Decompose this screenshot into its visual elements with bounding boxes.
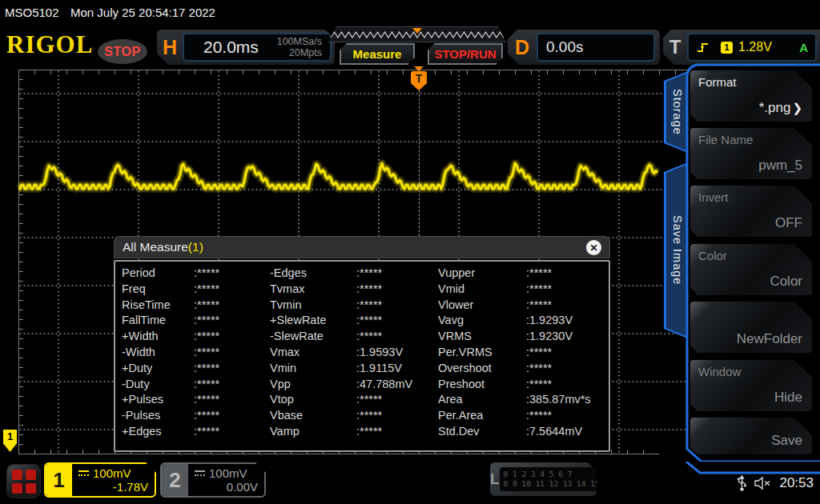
logic-label: L	[490, 470, 500, 488]
measure-value: :*****	[526, 409, 609, 425]
run-state-badge: STOP	[98, 39, 147, 64]
measure-value: :7.5644mV	[526, 425, 609, 441]
logic-channels-status[interactable]: L 0 1 2 3 4 5 6 7 8 9 10 11 12 13 14 15	[490, 462, 597, 496]
measure-value: :*****	[194, 266, 270, 282]
trigger-carat-icon	[414, 66, 424, 71]
measure-label: Vupper	[438, 266, 526, 282]
menu-item-invert[interactable]: Invert OFF	[690, 186, 812, 237]
measure-value: :*****	[194, 314, 270, 330]
measure-value: :1.9230V	[526, 330, 609, 346]
delay-label: D	[508, 36, 537, 59]
measure-value: :*****	[526, 266, 609, 282]
measure-label: RiseTime	[122, 298, 194, 314]
measure-label: +Pulses	[122, 393, 194, 409]
measure-label: Tvmin	[270, 298, 356, 314]
measure-value: :*****	[194, 409, 270, 425]
menu-item-new-folder[interactable]: NewFolder	[690, 302, 812, 353]
timebase-value: 20.0ms	[191, 38, 277, 57]
horizontal-group[interactable]: H 20.0ms 100MSa/s 20Mpts	[157, 30, 335, 65]
measure-label: Vmax	[270, 346, 356, 362]
measure-value: :*****	[526, 362, 609, 378]
measure-label: Vbase	[270, 409, 356, 425]
measure-panel-header[interactable]: All Measure (1) ✕	[114, 236, 610, 258]
channel2-offset: 0.00V	[195, 480, 258, 494]
model-label: MSO5102	[5, 6, 59, 19]
measure-label: Vmid	[438, 282, 526, 298]
delay-value: 0.00s	[546, 38, 583, 56]
sample-rate: 100MSa/s	[277, 36, 322, 47]
logic-row1: 0 1 2 3 4 5 6 7	[504, 470, 600, 479]
measure-value: :*****	[194, 298, 270, 314]
measure-label: Overshoot	[438, 362, 526, 378]
measure-label: +Duty	[122, 362, 194, 378]
measure-label: Vlower	[438, 298, 526, 314]
trigger-slope-icon	[696, 40, 710, 54]
measure-label: -Pulses	[122, 409, 194, 425]
channel2-status[interactable]: 2 100mV 0.00V	[160, 462, 266, 498]
trigger-source-badge: 1	[721, 42, 733, 54]
measure-value: :*****	[356, 314, 438, 330]
delay-group[interactable]: D 0.00s	[508, 30, 660, 65]
trigger-position-indicator-icon	[412, 28, 422, 34]
channel1-status[interactable]: 1 100mV -1.78V	[44, 462, 156, 498]
tab-save-image-label: Save Image	[671, 215, 684, 285]
measure-value: :*****	[194, 425, 270, 441]
measure-value: :*****	[194, 346, 270, 362]
measure-label: +SlewRate	[270, 314, 356, 330]
stop-run-button[interactable]: STOP/RUN	[428, 43, 503, 65]
bottom-bar: 1 100mV -1.78V 2 100mV 0.00V L 0 1 2 3 4…	[0, 462, 820, 504]
measure-label: VRMS	[438, 330, 526, 346]
measure-value: :*****	[194, 393, 270, 409]
channel1-offset: -1.78V	[78, 480, 148, 494]
measure-value: :*****	[194, 330, 270, 346]
clock-label: 20:53	[779, 475, 814, 491]
measure-label: Vpp	[270, 378, 356, 394]
measure-value: :*****	[356, 330, 438, 346]
menu-item-format[interactable]: Format *.png❯	[690, 70, 812, 122]
memory-depth: 20Mpts	[277, 47, 322, 58]
measure-value: :*****	[194, 362, 270, 378]
menu-item-window[interactable]: Window Hide	[690, 360, 812, 411]
measure-value: :*****	[526, 298, 609, 314]
measure-label: +Edges	[122, 425, 194, 441]
status-bar: MSO5102 Mon July 25 20:54:17 2022	[0, 0, 820, 24]
measure-label: -Edges	[270, 266, 356, 282]
measure-label: -SlewRate	[270, 330, 356, 346]
measure-value: :*****	[526, 378, 609, 394]
menu-item-color[interactable]: Color Color	[690, 244, 812, 295]
measure-value: :47.788mV	[356, 378, 438, 394]
measure-label: Period	[122, 266, 194, 282]
measure-value: :*****	[356, 393, 438, 409]
measure-value: :*****	[356, 298, 438, 314]
header-bar: RIGOL STOP H 20.0ms 100MSa/s 20Mpts Meas…	[0, 24, 820, 68]
channel1-number: 1	[46, 464, 72, 496]
menu-item-save[interactable]: Save	[690, 418, 812, 454]
close-icon[interactable]: ✕	[586, 240, 601, 255]
trigger-level-value: 1.28V	[738, 40, 794, 54]
measure-label: Per.VRMS	[438, 346, 526, 362]
measure-value: :*****	[526, 346, 609, 362]
dc-coupling-icon	[195, 470, 205, 476]
measure-count-badge: (1)	[188, 240, 203, 254]
measure-label: Freq	[122, 282, 194, 298]
windows-button[interactable]	[6, 464, 41, 498]
measure-value: :*****	[194, 378, 270, 394]
measure-value: :*****	[194, 282, 270, 298]
measure-label: Per.Area	[438, 409, 526, 425]
measure-button[interactable]: Measure	[340, 43, 415, 65]
memory-waveform-strip[interactable]	[328, 26, 506, 42]
measure-label: Vavg	[438, 314, 526, 330]
tab-storage[interactable]: Storage	[664, 71, 688, 153]
menu-item-file-name[interactable]: File Name pwm_5	[690, 128, 812, 179]
chevron-right-icon: ❯	[792, 101, 802, 115]
measure-label: Tvmax	[270, 282, 356, 298]
channel1-scale: 100mV	[93, 466, 131, 480]
trigger-group[interactable]: T 1 1.28V A	[663, 30, 820, 65]
tab-save-image[interactable]: Save Image	[664, 162, 688, 338]
measure-value: :*****	[356, 409, 438, 425]
measure-label: Vmin	[270, 362, 356, 378]
measure-value: :*****	[356, 282, 438, 298]
measure-label: FallTime	[122, 314, 194, 330]
horizontal-label: H	[157, 36, 183, 59]
tab-storage-label: Storage	[671, 89, 684, 135]
